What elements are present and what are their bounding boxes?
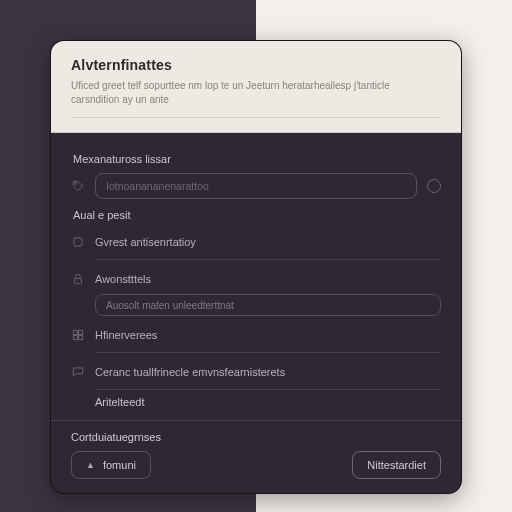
secondary-button[interactable]: ▲ fomuni	[71, 451, 151, 479]
lock-icon	[71, 272, 85, 286]
svg-rect-3	[73, 330, 77, 334]
app-backdrop: Alvternfinattes Uficed greet telf sopurt…	[0, 0, 512, 512]
row-divider	[95, 352, 441, 353]
option-subvalue[interactable]: Auosolt maten unleedterttnat	[95, 294, 441, 316]
chat-icon	[71, 365, 85, 379]
modal-body: Mexanatuross lissar Aual e pesit Gvrest …	[51, 133, 461, 420]
chevron-up-icon: ▲	[86, 460, 95, 470]
svg-rect-4	[79, 330, 83, 334]
option-label: Awonstttels	[95, 273, 151, 285]
svg-rect-1	[74, 238, 82, 246]
svg-point-0	[75, 183, 77, 185]
option-row-3[interactable]: Ceranc tuallfrinecle emvnsfearnisterets	[71, 359, 441, 385]
section-label-options: Aual e pesit	[73, 209, 441, 221]
option-label: Gvrest antisenrtatioy	[95, 236, 196, 248]
option-row-2[interactable]: Hfinerverees	[71, 322, 441, 348]
modal-header: Alvternfinattes Uficed greet telf sopurt…	[51, 41, 461, 133]
row-divider	[95, 259, 441, 260]
modal-footer: Cortduiatuegrnses ▲ fomuni Nittestardiet	[51, 420, 461, 493]
section-label-name: Mexanatuross lissar	[73, 153, 441, 165]
settings-modal: Alvternfinattes Uficed greet telf sopurt…	[50, 40, 462, 494]
footer-actions: ▲ fomuni Nittestardiet	[71, 451, 441, 479]
svg-rect-2	[75, 278, 82, 283]
svg-rect-6	[79, 336, 83, 340]
svg-rect-5	[73, 336, 77, 340]
name-input[interactable]	[95, 173, 417, 199]
footer-label: Cortduiatuegrnses	[71, 431, 441, 443]
option-row-1[interactable]: Awonstttels	[71, 266, 441, 292]
grid-icon	[71, 328, 85, 342]
secondary-button-label: fomuni	[103, 459, 136, 471]
option-label: Hfinerverees	[95, 329, 157, 341]
tag-icon	[71, 179, 85, 193]
status-indicator	[427, 179, 441, 193]
square-icon	[71, 235, 85, 249]
modal-subtitle: Uficed greet telf sopurttee nm lop te un…	[71, 79, 411, 107]
primary-button[interactable]: Nittestardiet	[352, 451, 441, 479]
name-field-row	[71, 173, 441, 199]
row-divider	[95, 389, 441, 390]
header-divider	[71, 117, 441, 118]
option-row-0[interactable]: Gvrest antisenrtatioy	[71, 229, 441, 255]
option-label: Ceranc tuallfrinecle emvnsfearnisterets	[95, 366, 285, 378]
modal-title: Alvternfinattes	[71, 57, 441, 73]
subsection-label: Aritelteedt	[95, 396, 441, 408]
primary-button-label: Nittestardiet	[367, 459, 426, 471]
